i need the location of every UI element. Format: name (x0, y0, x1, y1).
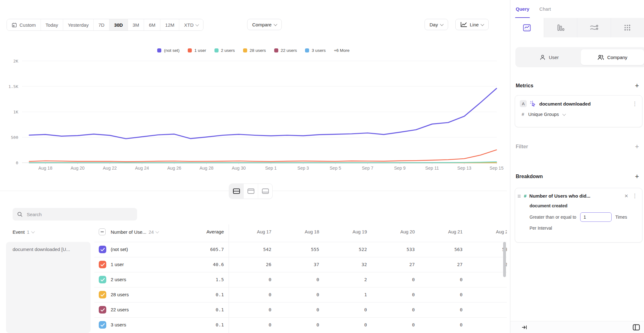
range-xtd[interactable]: XTD (179, 19, 203, 30)
value-cell: 0 (276, 272, 324, 287)
layout-toggle-panel-top[interactable] (243, 184, 258, 199)
table-row[interactable]: 3 users0.1000000 (0, 317, 507, 332)
value-cell: 0 (371, 302, 419, 317)
chevron-down-icon (274, 22, 277, 26)
value-cell: 538 (467, 242, 507, 257)
x-axis-tick-label: Aug 30 (232, 166, 246, 171)
range-3m[interactable]: 3M (128, 19, 144, 30)
value-cell: 37 (276, 257, 324, 272)
add-filter-button[interactable]: + (635, 143, 639, 150)
flow-chart-tab-icon (590, 24, 598, 31)
per-interval-label: Per Interval (515, 222, 642, 231)
table-row[interactable]: 22 users0.1000000 (0, 302, 507, 317)
table-row[interactable]: 2 users1.5002000 (0, 272, 507, 287)
series-label: 28 users (111, 287, 129, 302)
select-all-checkbox[interactable] (99, 228, 106, 235)
sidebar-footer (510, 321, 644, 333)
breakdown-menu-icon[interactable]: ⋮ (631, 193, 638, 199)
series-label: 1 user (111, 257, 124, 272)
range-label: 30D (114, 22, 123, 28)
series-checkbox[interactable] (99, 306, 106, 314)
average-column-header[interactable]: Average (176, 224, 224, 239)
range-30d[interactable]: 30D (109, 19, 128, 30)
average-value: 1.5 (176, 272, 224, 287)
range-label: 6M (149, 22, 155, 28)
chart-series-line (29, 150, 497, 161)
value-cell: 27 (419, 257, 467, 272)
tab-grid-chart[interactable] (611, 18, 644, 37)
compare-button[interactable]: Compare (247, 19, 282, 30)
add-breakdown-button[interactable]: + (635, 173, 639, 180)
date-column-header[interactable]: Aug 18 (276, 224, 324, 239)
collapse-panel-icon[interactable] (522, 325, 527, 330)
filter-title: Filter (516, 144, 528, 150)
chevron-down-icon (31, 230, 35, 233)
range-today[interactable]: Today (41, 19, 63, 30)
metrics-section-header: Metrics + (516, 81, 639, 90)
row-values: 001000 (228, 287, 507, 302)
range-custom[interactable]: Custom (7, 19, 41, 30)
date-column-header[interactable]: Aug 21 (419, 224, 467, 239)
aggregation-dropdown[interactable]: # Unique Groups (515, 107, 642, 117)
y-axis-tick-label: 500 (11, 135, 18, 140)
series-checkbox[interactable] (99, 261, 106, 268)
table-row[interactable]: (not set)605.7542555522533563538 (0, 242, 507, 257)
date-column-header[interactable]: Aug 20 (371, 224, 419, 239)
panel-top-icon (247, 188, 255, 194)
table-scrollbar[interactable] (503, 242, 506, 277)
metric-menu-icon[interactable]: ⋮ (631, 101, 638, 106)
metric-card[interactable]: A document downloaded ⋮ # Unique Groups (515, 95, 642, 127)
average-value: 40.6 (176, 257, 224, 272)
table-row[interactable]: 28 users0.1001000 (0, 287, 507, 302)
date-range-group: CustomTodayYesterday7D30D3M6M12MXTD (7, 19, 203, 31)
layout-toggle-split-horizontal[interactable] (229, 184, 243, 199)
tab-flow-chart[interactable] (577, 18, 611, 37)
range-6m[interactable]: 6M (144, 19, 160, 30)
toggle-company[interactable]: Company (581, 49, 644, 65)
chart-type-button[interactable]: Line (455, 19, 489, 30)
chevron-down-icon (481, 22, 484, 26)
tab-chart[interactable]: Chart (539, 0, 551, 18)
table-row[interactable]: 1 user40.6263732272728 (0, 257, 507, 272)
add-metric-button[interactable]: + (635, 82, 639, 89)
toggle-user[interactable]: User (518, 49, 581, 65)
tab-bar-chart[interactable] (544, 18, 577, 37)
range-7d[interactable]: 7D (93, 19, 109, 30)
layout-toggle-panel-bottom[interactable] (258, 184, 272, 199)
condition-label: Greater than or equal to (530, 215, 576, 220)
granularity-button[interactable]: Day (425, 19, 448, 30)
toggle-user-label: User (549, 55, 559, 60)
remove-breakdown-icon[interactable]: ✕ (624, 194, 628, 198)
series-checkbox[interactable] (99, 291, 106, 298)
series-column-header[interactable]: Number of Use... 24 (111, 224, 158, 239)
series-checkbox[interactable] (99, 246, 106, 253)
x-axis-tick-label: Aug 20 (71, 166, 85, 171)
date-column-header[interactable]: Aug 19 (324, 224, 371, 239)
range-12m[interactable]: 12M (160, 19, 179, 30)
range-label: XTD (184, 22, 193, 28)
event-column-header[interactable]: Event 1 (13, 224, 34, 239)
tab-line-chart[interactable] (510, 18, 544, 37)
value-cell: 542 (228, 242, 276, 257)
x-axis-tick-label: Sep 11 (425, 166, 439, 171)
x-axis-tick-label: Aug 22 (103, 166, 117, 171)
breakdown-title: Breakdown (516, 174, 543, 179)
date-column-header[interactable]: Aug 17 (228, 224, 276, 239)
breakdown-card[interactable]: # Number of Users who did... ✕ ⋮ documen… (515, 188, 642, 243)
drag-handle-icon[interactable] (517, 194, 521, 198)
layout-toggle-group (229, 183, 273, 199)
value-cell: 0 (419, 302, 467, 317)
date-column-header[interactable]: Aug 22 (467, 224, 507, 239)
search-input[interactable] (26, 211, 133, 217)
x-axis-tick-label: Sep 15 (490, 166, 504, 171)
series-checkbox[interactable] (99, 276, 106, 283)
series-checkbox[interactable] (99, 321, 106, 329)
value-cell: 0 (228, 317, 276, 332)
x-axis-tick-label: Aug 24 (135, 166, 149, 171)
tab-query[interactable]: Query (516, 0, 529, 18)
value-cell: 28 (467, 257, 507, 272)
range-yesterday[interactable]: Yesterday (63, 19, 93, 30)
value-cell: 0 (371, 317, 419, 332)
side-panel-icon[interactable] (633, 324, 640, 330)
condition-value-input[interactable] (580, 212, 612, 222)
